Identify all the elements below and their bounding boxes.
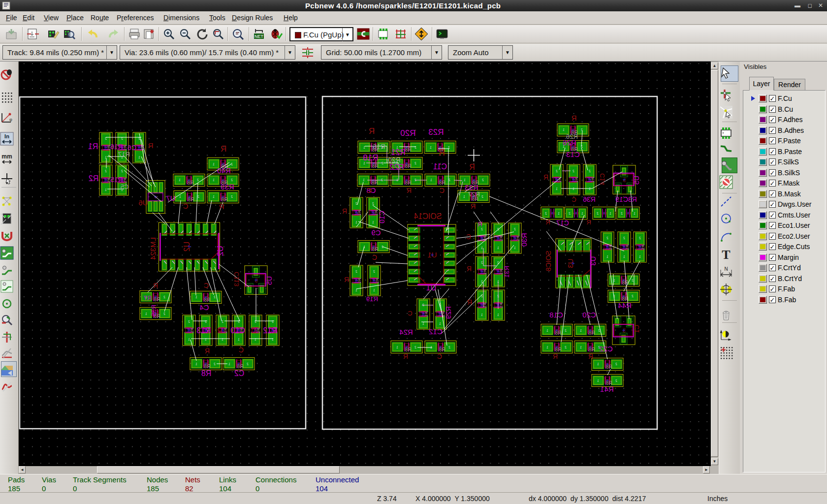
svg-text:2: 2 bbox=[197, 195, 199, 198]
svg-text:R: R bbox=[477, 220, 482, 228]
svg-text:2: 2 bbox=[231, 178, 233, 182]
svg-text:U7: U7 bbox=[166, 194, 175, 202]
svg-text:R8: R8 bbox=[154, 297, 160, 302]
svg-text:U2: U2 bbox=[216, 246, 225, 256]
svg-text:R8: R8 bbox=[221, 197, 227, 202]
svg-text:2: 2 bbox=[222, 320, 223, 323]
svg-text:2: 2 bbox=[373, 270, 375, 273]
svg-text:R16: R16 bbox=[373, 143, 385, 151]
svg-text:C113: C113 bbox=[233, 272, 240, 286]
svg-text:R44: R44 bbox=[618, 301, 632, 310]
svg-text:2: 2 bbox=[188, 320, 190, 323]
svg-text:2: 2 bbox=[581, 128, 583, 131]
svg-text:R8: R8 bbox=[555, 330, 561, 336]
svg-text:1: 1 bbox=[430, 178, 432, 182]
svg-text:R7: R7 bbox=[144, 294, 152, 302]
svg-text:1: 1 bbox=[546, 346, 548, 349]
svg-text:1: 1 bbox=[254, 338, 256, 341]
svg-text:C: C bbox=[437, 352, 442, 360]
svg-text:2: 2 bbox=[632, 294, 634, 298]
svg-text:2: 2 bbox=[121, 169, 123, 173]
svg-text:R8: R8 bbox=[588, 330, 595, 336]
svg-text:2: 2 bbox=[355, 202, 357, 205]
svg-text:R8: R8 bbox=[187, 180, 193, 186]
svg-text:2: 2 bbox=[514, 227, 516, 231]
svg-text:1: 1 bbox=[463, 195, 465, 198]
svg-text:R: R bbox=[403, 352, 408, 360]
svg-text:mm: mm bbox=[1, 153, 12, 160]
svg-text:1: 1 bbox=[222, 338, 223, 341]
svg-text:U1: U1 bbox=[426, 284, 437, 292]
svg-text:R8: R8 bbox=[588, 347, 595, 352]
svg-text:R2: R2 bbox=[89, 174, 99, 183]
svg-text:C13: C13 bbox=[566, 150, 580, 158]
svg-text:1: 1 bbox=[213, 195, 215, 198]
svg-text:R8: R8 bbox=[237, 364, 243, 369]
svg-text:2: 2 bbox=[414, 146, 416, 149]
svg-text:1: 1 bbox=[422, 322, 424, 325]
svg-text:R8: R8 bbox=[405, 180, 411, 186]
svg-text:R: R bbox=[438, 147, 445, 158]
svg-text:1: 1 bbox=[556, 187, 558, 190]
svg-text:1: 1 bbox=[481, 313, 483, 316]
svg-text:R1: R1 bbox=[483, 269, 487, 275]
svg-text:2: 2 bbox=[214, 295, 216, 299]
svg-text:U6: U6 bbox=[138, 198, 148, 207]
svg-text:2: 2 bbox=[606, 236, 608, 240]
svg-text:2: 2 bbox=[105, 169, 107, 173]
svg-text:2: 2 bbox=[372, 202, 374, 205]
svg-text:R8: R8 bbox=[372, 163, 378, 169]
svg-text:1: 1 bbox=[195, 362, 197, 366]
svg-text:R: R bbox=[344, 276, 349, 284]
svg-text:R1: R1 bbox=[424, 312, 429, 317]
svg-text:R1: R1 bbox=[591, 177, 595, 183]
svg-text:2: 2 bbox=[197, 178, 199, 182]
svg-text:1: 1 bbox=[597, 362, 599, 366]
svg-text:R8: R8 bbox=[372, 247, 378, 252]
svg-text:C: C bbox=[367, 187, 372, 194]
svg-text:SOIC8: SOIC8 bbox=[544, 251, 552, 271]
svg-text:1: 1 bbox=[634, 212, 636, 215]
svg-text:R1: R1 bbox=[256, 328, 261, 333]
svg-text:2: 2 bbox=[481, 195, 483, 198]
svg-text:1: 1 bbox=[580, 329, 582, 332]
svg-text:R1: R1 bbox=[625, 245, 630, 250]
svg-text:2: 2 bbox=[482, 178, 484, 182]
svg-text:R39: R39 bbox=[221, 183, 234, 191]
svg-text:2: 2 bbox=[247, 362, 249, 366]
svg-text:R: R bbox=[369, 126, 375, 136]
svg-text:R36: R36 bbox=[583, 195, 596, 203]
svg-text:C: C bbox=[466, 233, 471, 241]
svg-text:C: C bbox=[440, 187, 445, 194]
svg-text:1: 1 bbox=[609, 212, 611, 215]
svg-text:R24: R24 bbox=[399, 328, 413, 336]
svg-text:2: 2 bbox=[414, 346, 416, 349]
svg-text:C: C bbox=[408, 310, 412, 317]
svg-text:2: 2 bbox=[481, 261, 483, 264]
svg-text:R: R bbox=[467, 298, 472, 306]
svg-text:2: 2 bbox=[565, 346, 567, 349]
svg-text:C18: C18 bbox=[549, 311, 563, 319]
svg-text:1: 1 bbox=[179, 195, 181, 198]
svg-text:R: R bbox=[407, 187, 412, 194]
svg-text:U3: U3 bbox=[589, 256, 597, 265]
svg-text:1: 1 bbox=[581, 212, 583, 215]
svg-text:R: R bbox=[571, 114, 576, 122]
svg-text:R: R bbox=[148, 141, 153, 150]
svg-text:2: 2 bbox=[556, 169, 558, 173]
svg-text:C1: C1 bbox=[633, 325, 640, 333]
svg-text:R3C19: R3C19 bbox=[615, 195, 637, 203]
svg-text:1: 1 bbox=[481, 246, 483, 250]
svg-text:2: 2 bbox=[621, 212, 623, 215]
svg-text:1: 1 bbox=[238, 338, 240, 341]
svg-text:2: 2 bbox=[163, 312, 165, 315]
svg-text:φ: φ bbox=[9, 117, 12, 122]
svg-text:T: T bbox=[722, 248, 730, 261]
svg-text:R: R bbox=[543, 173, 548, 181]
svg-text:R1: R1 bbox=[499, 303, 504, 308]
svg-text:1: 1 bbox=[558, 212, 560, 215]
svg-text:R13: R13 bbox=[196, 326, 211, 335]
svg-text:1: 1 bbox=[439, 322, 441, 325]
svg-text:R: R bbox=[553, 352, 558, 360]
svg-text:2: 2 bbox=[205, 320, 207, 323]
